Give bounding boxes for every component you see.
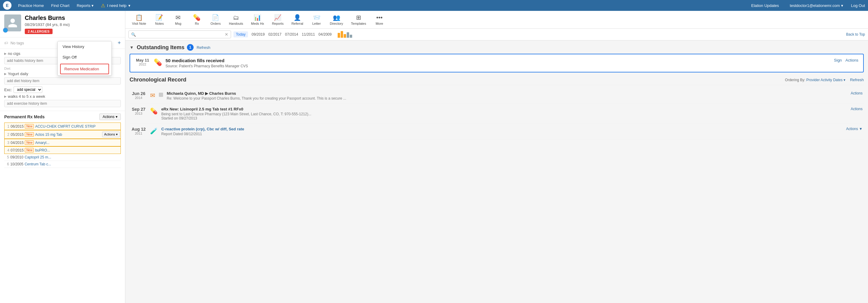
outstanding-date: May 11 2022 bbox=[135, 58, 150, 66]
med-actions-button[interactable]: Actions ▾ bbox=[102, 132, 120, 137]
rx-actions-button[interactable]: Actions ▾ bbox=[99, 113, 121, 120]
search-input-wrap: 🔍 ✕ bbox=[128, 31, 231, 38]
timeline-date-5[interactable]: 04/2009 bbox=[319, 32, 332, 36]
med-date: 09/2010 bbox=[10, 155, 23, 159]
med-new-badge: New bbox=[25, 148, 34, 153]
chrono-date: Sep 27 2013 bbox=[131, 107, 147, 115]
med-num: 4 bbox=[5, 148, 9, 153]
referral-btn[interactable]: 👤 Referral bbox=[288, 12, 307, 27]
templates-btn[interactable]: ⊞ Templates bbox=[347, 12, 370, 27]
no-tags-label: 🏷 No tags bbox=[4, 41, 24, 45]
exercise-detail-title[interactable]: ▶ walks 4 to 5 x a week bbox=[4, 94, 121, 99]
meds-hx-btn[interactable]: 📊 Meds Hx bbox=[247, 12, 268, 27]
chrono-lab-link[interactable]: C-reactive protein (crp), Cbc w/ diff, S… bbox=[161, 127, 244, 131]
logout-button[interactable]: Log Out bbox=[851, 3, 865, 8]
dash-icon bbox=[159, 93, 163, 97]
med-name[interactable]: ACCU-CHEK CMFRT CURVE STRIP bbox=[35, 124, 95, 129]
chrono-actions-button[interactable]: Actions bbox=[851, 91, 863, 95]
chrono-item-title: C-reactive protein (crp), Cbc w/ diff, S… bbox=[161, 127, 842, 131]
remove-medication-item[interactable]: Remove Medication bbox=[60, 64, 109, 74]
med-row: 2 05/2015 New Actos 15 mg Tab Actions ▾ bbox=[4, 130, 121, 139]
med-date: 06/2015 bbox=[10, 124, 24, 129]
search-input[interactable] bbox=[138, 32, 225, 37]
chrono-date: Jun 26 2014 bbox=[131, 91, 147, 100]
more-btn[interactable]: ••• More bbox=[370, 12, 389, 27]
find-chart-link[interactable]: Find Chart bbox=[48, 2, 72, 9]
notes-icon: 📝 bbox=[156, 14, 163, 21]
rx-section: Permanent Rx Meds Actions ▾ 1 06/2015 Ne… bbox=[0, 111, 125, 170]
chrono-actions-button[interactable]: Actions bbox=[851, 107, 863, 111]
email-icon: ✉ bbox=[150, 92, 155, 99]
med-row: 6 10/2005 Centrum Tab c... bbox=[4, 161, 121, 168]
med-new-badge: New bbox=[25, 132, 34, 137]
user-menu-dropdown[interactable]: testdoctor1@elationemr.com ▾ bbox=[787, 2, 846, 9]
directory-btn[interactable]: 👥 Directory bbox=[326, 12, 347, 27]
allergy-badge[interactable]: 2 ALLERGIES bbox=[25, 29, 53, 34]
timeline-date-2[interactable]: 02/2017 bbox=[268, 32, 281, 36]
outstanding-card: May 11 2022 💊 50 medication fills receiv… bbox=[130, 54, 864, 72]
patient-avatar-icon bbox=[7, 18, 18, 28]
reports-btn[interactable]: 📈 Reports bbox=[268, 12, 287, 27]
exercise-add-input[interactable] bbox=[4, 100, 121, 107]
elation-updates-link[interactable]: Elation Updates bbox=[748, 2, 782, 9]
diet-add-input[interactable] bbox=[4, 77, 121, 85]
timeline-chart bbox=[338, 31, 352, 38]
exc-select[interactable]: add special none light moderate heavy bbox=[13, 86, 42, 93]
patient-header: 🌐 Charles Burns 08/29/1937 (84 yrs, 8 mo… bbox=[0, 11, 125, 37]
more-icon: ••• bbox=[376, 14, 383, 21]
avatar: 🌐 bbox=[4, 14, 21, 31]
chart-bar bbox=[338, 33, 340, 38]
timeline-date-1[interactable]: 09/2019 bbox=[252, 32, 265, 36]
med-date: 04/2015 bbox=[10, 141, 24, 145]
outstanding-actions-button[interactable]: Actions bbox=[845, 58, 858, 63]
handouts-btn[interactable]: 🗂 Handouts bbox=[225, 12, 247, 27]
patient-name: Charles Burns bbox=[25, 14, 70, 22]
visit-note-icon: 📋 bbox=[135, 14, 143, 21]
med-name[interactable]: Captopril 25 m... bbox=[25, 155, 51, 159]
elation-logo[interactable]: E bbox=[3, 1, 11, 10]
outstanding-refresh-button[interactable]: Refresh bbox=[196, 45, 211, 50]
visit-note-btn[interactable]: 📋 Visit Note bbox=[128, 12, 150, 27]
orders-btn[interactable]: 📄 Orders bbox=[207, 12, 225, 27]
chrono-refresh-button[interactable]: Refresh bbox=[850, 77, 864, 82]
chrono-title: Chronological Record bbox=[130, 77, 186, 83]
timeline-bar: Today 09/2019 02/2017 07/2014 11/2011 04… bbox=[234, 31, 865, 38]
lab-icon: 🧪 bbox=[150, 127, 158, 135]
med-name[interactable]: Actos 15 mg Tab bbox=[35, 133, 62, 137]
chevron-right-icon: ▶ bbox=[4, 52, 7, 55]
reports-icon: 📈 bbox=[274, 14, 281, 21]
sign-off-item[interactable]: Sign Off bbox=[58, 52, 112, 63]
collapse-arrow-icon[interactable]: ▼ bbox=[130, 45, 134, 50]
outstanding-item-subtitle: Source: Patient's Pharmacy Benefits Mana… bbox=[165, 64, 830, 68]
timeline-date-3[interactable]: 07/2014 bbox=[285, 32, 298, 36]
search-clear-icon[interactable]: ✕ bbox=[225, 32, 228, 37]
rx-btn[interactable]: 💊 Rx bbox=[188, 12, 206, 27]
exercise-habit-item: Exc: add special none light moderate hea… bbox=[4, 86, 121, 107]
outstanding-actions: Sign Actions bbox=[834, 58, 858, 63]
warning-icon: ⚠ bbox=[101, 3, 105, 8]
sign-button[interactable]: Sign bbox=[834, 58, 842, 63]
help-dropdown[interactable]: ⚠ I need help ▾ bbox=[98, 1, 133, 10]
practice-home-link[interactable]: Practice Home bbox=[15, 2, 47, 9]
outstanding-header: ▼ Outstanding Items 1 Refresh bbox=[130, 44, 864, 51]
top-nav-right: Elation Updates testdoctor1@elationemr.c… bbox=[748, 2, 865, 9]
letter-icon: 📨 bbox=[313, 14, 320, 21]
med-name[interactable]: Amaryl... bbox=[35, 141, 49, 145]
notes-btn[interactable]: 📝 Notes bbox=[150, 12, 168, 27]
reports-dropdown[interactable]: Reports ▾ bbox=[74, 2, 97, 9]
left-sidebar: 🌐 Charles Burns 08/29/1937 (84 yrs, 8 mo… bbox=[0, 11, 125, 303]
med-name[interactable]: Centrum Tab c... bbox=[25, 162, 51, 166]
view-history-item[interactable]: View History bbox=[58, 41, 112, 52]
msg-icon: ✉ bbox=[176, 14, 181, 21]
msg-btn[interactable]: ✉ Msg bbox=[169, 12, 187, 27]
timeline-date-4[interactable]: 11/2011 bbox=[302, 32, 315, 36]
chart-bar bbox=[341, 31, 343, 38]
ordering-value-link[interactable]: Provider Activity Dates ▾ bbox=[806, 78, 846, 82]
letter-btn[interactable]: 📨 Letter bbox=[307, 12, 326, 27]
today-button[interactable]: Today bbox=[234, 31, 248, 37]
chrono-actions-dropdown-button[interactable]: Actions ▼ bbox=[846, 127, 863, 131]
back-to-top-button[interactable]: Back to Top bbox=[846, 32, 865, 36]
add-tag-button[interactable]: + bbox=[118, 40, 121, 46]
med-name[interactable]: buPRO... bbox=[35, 148, 50, 153]
outstanding-item-title: 50 medication fills received bbox=[165, 58, 830, 63]
